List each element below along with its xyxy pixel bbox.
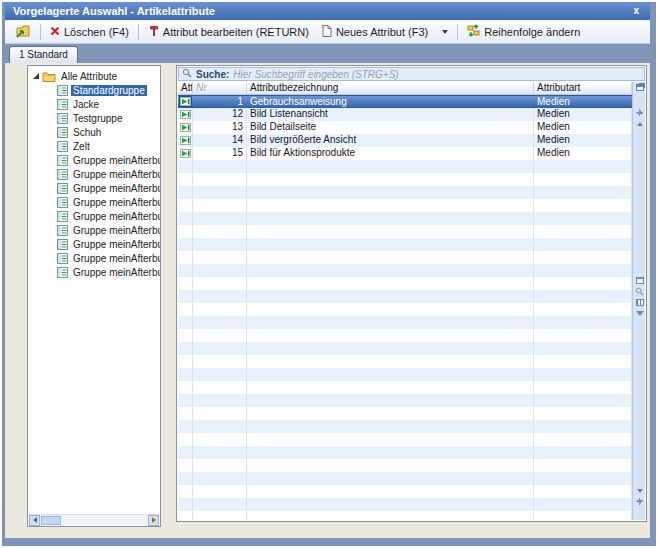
tree-item[interactable]: Jacke — [31, 97, 160, 111]
delete-button[interactable]: Löschen (F4) — [44, 23, 135, 41]
tree-item[interactable]: Gruppe meinAfterbuy ART00079 — [31, 223, 160, 237]
grid-empty-row — [178, 511, 632, 520]
grid-cell-attributart — [534, 381, 632, 394]
close-button[interactable]: x — [630, 4, 642, 18]
grid-cell-attributbezeichnung — [247, 485, 534, 498]
grid-cell-att — [178, 485, 193, 498]
scroll-up-button[interactable] — [633, 118, 645, 129]
band-view-button[interactable] — [633, 297, 645, 308]
reorder-button[interactable]: Reihenfolge ändern — [461, 21, 586, 42]
tab-standard[interactable]: 1 Standard — [9, 46, 78, 63]
filter-button[interactable] — [633, 308, 645, 319]
scrollbar-thumb-handle[interactable] — [633, 107, 645, 118]
attribute-group-list-icon — [57, 267, 68, 278]
scroll-to-top-button[interactable] — [633, 96, 645, 107]
column-header-attributbezeichnung[interactable]: Attributbezeichnung — [247, 82, 534, 94]
grid-cell-attributbezeichnung — [247, 329, 534, 342]
grid-row[interactable]: 15Bild für AktionsprodukteMedien — [178, 147, 632, 160]
tree-item[interactable]: Gruppe meinAfterbuy ART00074 — [31, 167, 160, 181]
tree-item[interactable]: Gruppe meinAfterbuy ART00080 — [31, 237, 160, 251]
edit-hammer-icon — [148, 25, 159, 39]
tree-item-label: Gruppe meinAfterbuy ART00074 — [71, 169, 160, 180]
grid-cell-nr — [193, 485, 247, 498]
search-input-placeholder[interactable]: Hier Suchbegriff eingeben (STRG+S) — [233, 69, 398, 80]
grid-empty-row — [178, 329, 632, 342]
grid-cell-nr — [193, 238, 247, 251]
scroll-down-button[interactable] — [633, 485, 645, 496]
grid-cell-nr: 1 — [193, 96, 247, 107]
toolbar-separator — [457, 24, 458, 40]
import-icon — [15, 24, 31, 40]
grid-cell-attributbezeichnung — [247, 238, 534, 251]
tree-item[interactable]: Testgruppe — [31, 111, 160, 125]
column-header-nr[interactable]: Nr — [193, 82, 247, 94]
scroll-to-bottom-button[interactable] — [633, 507, 645, 518]
attribute-group-list-icon — [57, 197, 68, 208]
tree-item[interactable]: Gruppe meinAfterbuy ART00078 — [31, 209, 160, 223]
search-bar[interactable]: Suche: Hier Suchbegriff eingeben (STRG+S… — [178, 67, 645, 81]
grid-cell-attributbezeichnung: Gebrauchsanweisung — [247, 96, 534, 107]
grid-empty-row — [178, 199, 632, 212]
grid-cell-nr — [193, 199, 247, 212]
grid-cell-attributart — [534, 485, 632, 498]
column-chooser-button[interactable] — [633, 82, 645, 93]
grid-cell-attributart — [534, 160, 632, 173]
grid-cell-attributbezeichnung — [247, 316, 534, 329]
import-button[interactable] — [9, 21, 37, 43]
grid-body: Att Nr Attributbezeichnung Attributart 1… — [178, 82, 645, 520]
tree-item[interactable]: Zelt — [31, 139, 160, 153]
scrollbar-thumb[interactable] — [41, 516, 61, 525]
grid-row[interactable]: 14Bild vergrößerte AnsichtMedien — [178, 134, 632, 147]
grid-cell-attributart — [534, 329, 632, 342]
grid-cell-attributbezeichnung — [247, 277, 534, 290]
grid-empty-row — [178, 277, 632, 290]
grid-cell-att — [178, 433, 193, 446]
grid-scrollbar-strip[interactable] — [632, 82, 645, 520]
grid-cell-attributart: Medien — [534, 147, 632, 160]
card-view-button[interactable] — [633, 275, 645, 286]
tree-item[interactable]: Gruppe meinAfterbuy ART00073 — [31, 153, 160, 167]
grid-cell-attributart — [534, 511, 632, 520]
grid-empty-row — [178, 498, 632, 511]
attribute-group-list-icon — [57, 169, 68, 180]
expanded-node-arrow-icon[interactable] — [33, 73, 39, 79]
grid-cell-nr — [193, 173, 247, 186]
scroll-left-icon — [33, 517, 37, 523]
tree-root-all-attributes[interactable]: Alle Attribute — [31, 69, 160, 83]
grid-row[interactable]: 13Bild DetailseiteMedien — [178, 121, 632, 134]
dialog-window: Vorgelagerte Auswahl - Artikelattribute … — [2, 2, 656, 546]
scroll-right-button[interactable] — [148, 515, 159, 526]
tree-item[interactable]: Gruppe meinAfterbuy ART00081 — [31, 251, 160, 265]
tree-item[interactable]: Gruppe meinAfterbuy ART00082 — [31, 265, 160, 279]
grid-cell-attributbezeichnung — [247, 381, 534, 394]
grid-cell-att — [178, 342, 193, 355]
tree-horizontal-scrollbar[interactable] — [29, 514, 159, 525]
grid-cell-attributbezeichnung — [247, 368, 534, 381]
tree-item[interactable]: Gruppe meinAfterbuy ART00075 — [31, 181, 160, 195]
column-header-attributart[interactable]: Attributart — [534, 82, 632, 94]
grid-empty-row — [178, 316, 632, 329]
grid-cell-att — [178, 134, 193, 147]
grid-row[interactable]: 12Bild ListenansichtMedien — [178, 108, 632, 121]
edit-attribute-button[interactable]: Attribut bearbeiten (RETURN) — [142, 22, 315, 42]
tree-item[interactable]: Gruppe meinAfterbuy ART00076 — [31, 195, 160, 209]
tree-item-label: Jacke — [71, 99, 101, 110]
grid-row[interactable]: 1GebrauchsanweisungMedien — [178, 95, 632, 108]
column-header-att[interactable]: Att — [178, 82, 193, 94]
toolbar: Löschen (F4) Attribut bearbeiten (RETURN… — [5, 20, 650, 44]
grid-find-button[interactable] — [633, 286, 645, 297]
new-attribute-button[interactable]: Neues Attribut (F3) — [315, 21, 434, 42]
grid-cell-att — [178, 303, 193, 316]
scroll-down-icon — [637, 489, 643, 493]
grid-cell-nr — [193, 433, 247, 446]
grid-cell-nr — [193, 368, 247, 381]
tree-item[interactable]: Schuh — [31, 125, 160, 139]
new-attribute-dropdown-button[interactable] — [434, 27, 454, 37]
grid-cell-nr — [193, 355, 247, 368]
grid-cell-att — [178, 199, 193, 212]
grid-cell-att — [178, 355, 193, 368]
tree-item[interactable]: Standardgruppe — [31, 83, 160, 97]
grid-empty-row — [178, 381, 632, 394]
scroll-left-button[interactable] — [29, 515, 40, 526]
card-view-icon — [636, 277, 644, 284]
